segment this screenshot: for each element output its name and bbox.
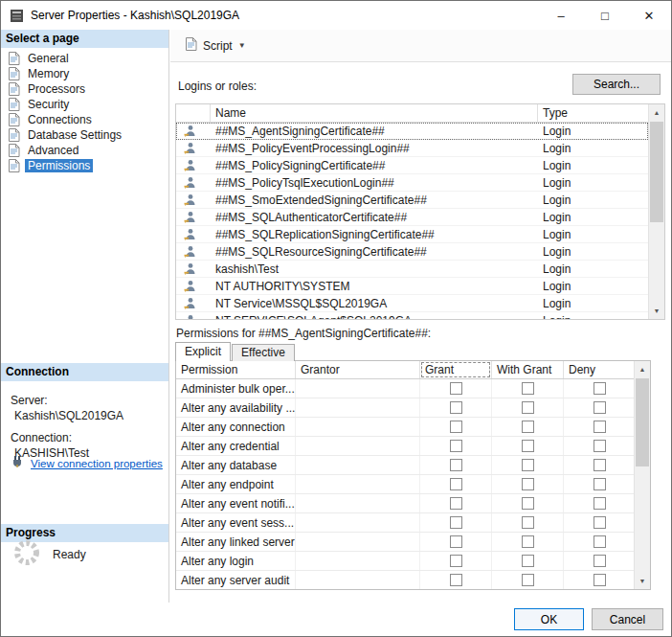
deny-checkbox[interactable] xyxy=(594,401,606,414)
permission-row[interactable]: Administer bulk oper... xyxy=(176,379,634,398)
grant-checkbox[interactable] xyxy=(450,497,462,510)
deny-checkbox[interactable] xyxy=(594,382,606,395)
sidebar-item-connections[interactable]: Connections xyxy=(1,112,168,127)
with-grant-checkbox[interactable] xyxy=(522,421,534,433)
logins-scrollbar[interactable]: ▲ ▼ xyxy=(648,104,664,319)
deny-checkbox[interactable] xyxy=(594,497,606,510)
grant-checkbox[interactable] xyxy=(450,478,462,490)
permission-row[interactable]: Alter any server audit xyxy=(176,571,634,589)
permission-row[interactable]: Alter any credential xyxy=(176,437,634,456)
permission-name: Alter any event notifi... xyxy=(176,494,296,512)
tab-explicit[interactable]: Explicit xyxy=(175,342,231,361)
close-button[interactable]: ✕ xyxy=(627,1,671,30)
permission-row[interactable]: Alter any connection xyxy=(176,418,634,437)
login-name: ##MS_SQLResourceSigningCertificate## xyxy=(211,245,538,259)
search-button[interactable]: Search... xyxy=(572,74,661,95)
deny-checkbox[interactable] xyxy=(594,459,606,471)
sidebar-item-database-settings[interactable]: Database Settings xyxy=(1,127,168,143)
logins-column-type[interactable]: Type xyxy=(538,104,649,122)
scroll-down-icon[interactable]: ▼ xyxy=(635,573,650,589)
login-row[interactable]: ##MS_AgentSigningCertificate## Login xyxy=(176,123,648,140)
sidebar-item-general[interactable]: General xyxy=(1,51,168,66)
permission-row[interactable]: Alter any login xyxy=(176,552,634,571)
permissions-scrollbar[interactable]: ▲ ▼ xyxy=(634,361,650,589)
logins-scrollbar-thumb[interactable] xyxy=(650,122,663,222)
login-icon xyxy=(176,297,211,309)
login-row[interactable]: ##MS_PolicySigningCertificate## Login xyxy=(176,157,648,174)
column-permission[interactable]: Permission xyxy=(176,361,296,378)
with-grant-checkbox[interactable] xyxy=(522,555,534,567)
login-type: Login xyxy=(538,159,634,172)
grant-checkbox[interactable] xyxy=(450,459,462,471)
sidebar-item-security[interactable]: Security xyxy=(1,97,168,112)
permission-row[interactable]: Alter any event sess... xyxy=(176,513,634,533)
sidebar-item-advanced[interactable]: Advanced xyxy=(1,143,168,158)
sidebar-item-processors[interactable]: Processors xyxy=(1,81,168,97)
grant-checkbox[interactable] xyxy=(450,555,462,567)
permission-row[interactable]: Alter any database xyxy=(176,456,634,475)
column-grantor[interactable]: Grantor xyxy=(296,361,420,378)
with-grant-checkbox[interactable] xyxy=(522,382,534,395)
permissions-scrollbar-thumb[interactable] xyxy=(636,378,649,466)
login-type: Login xyxy=(538,211,634,224)
tab-effective[interactable]: Effective xyxy=(232,344,295,361)
logins-column-icon[interactable] xyxy=(176,104,211,122)
grant-checkbox[interactable] xyxy=(450,535,462,548)
grant-checkbox[interactable] xyxy=(450,421,462,433)
grant-checkbox[interactable] xyxy=(450,574,462,586)
login-row[interactable]: ##MS_PolicyEventProcessingLogin## Login xyxy=(176,140,648,157)
permission-row[interactable]: Alter any endpoint xyxy=(176,475,634,494)
column-deny[interactable]: Deny xyxy=(564,361,636,378)
scroll-up-icon[interactable]: ▲ xyxy=(649,104,664,121)
login-row[interactable]: ##MS_SQLAuthenticatorCertificate## Login xyxy=(176,209,648,226)
ok-button[interactable]: OK xyxy=(514,608,584,630)
permission-row[interactable]: Alter any availability ... xyxy=(176,398,634,418)
sidebar-item-permissions[interactable]: Permissions xyxy=(1,158,168,173)
with-grant-checkbox[interactable] xyxy=(522,401,534,414)
view-connection-properties-link[interactable]: View connection properties xyxy=(31,458,163,469)
grant-checkbox[interactable] xyxy=(450,401,462,414)
with-grant-checkbox[interactable] xyxy=(522,574,534,586)
login-row[interactable]: ##MS_SQLReplicationSigningCertificate## … xyxy=(176,226,648,243)
login-row[interactable]: kashish\Test Login xyxy=(176,261,648,278)
titlebar: Server Properties - Kashish\SQL2019GA – … xyxy=(1,1,671,30)
script-page-icon xyxy=(8,128,22,142)
main-panel: Script ▼ Logins or roles: Search... Name… xyxy=(170,30,671,636)
deny-checkbox[interactable] xyxy=(594,535,606,548)
scroll-up-icon[interactable]: ▲ xyxy=(635,361,650,377)
grant-checkbox[interactable] xyxy=(450,382,462,395)
script-button[interactable]: Script ▼ xyxy=(179,34,252,57)
scroll-down-icon[interactable]: ▼ xyxy=(649,303,664,319)
with-grant-checkbox[interactable] xyxy=(522,478,534,490)
minimize-button[interactable]: – xyxy=(539,1,583,30)
sidebar-item-label: Security xyxy=(25,98,72,111)
deny-checkbox[interactable] xyxy=(594,574,606,586)
login-row[interactable]: NT SERVICE\SQLAgent$SQL2019GA Login xyxy=(176,312,648,319)
deny-checkbox[interactable] xyxy=(594,516,606,529)
with-grant-checkbox[interactable] xyxy=(522,516,534,529)
deny-checkbox[interactable] xyxy=(594,421,606,433)
login-row[interactable]: ##MS_SQLResourceSigningCertificate## Log… xyxy=(176,243,648,261)
with-grant-checkbox[interactable] xyxy=(522,497,534,510)
with-grant-checkbox[interactable] xyxy=(522,535,534,548)
column-with-grant[interactable]: With Grant xyxy=(492,361,564,378)
with-grant-checkbox[interactable] xyxy=(522,459,534,471)
login-row[interactable]: NT Service\MSSQL$SQL2019GA Login xyxy=(176,295,648,312)
login-row[interactable]: ##MS_PolicyTsqlExecutionLogin## Login xyxy=(176,174,648,192)
cancel-button[interactable]: Cancel xyxy=(592,608,663,630)
column-grant[interactable]: Grant xyxy=(420,361,492,378)
permission-row[interactable]: Alter any event notifi... xyxy=(176,494,634,513)
sidebar-item-memory[interactable]: Memory xyxy=(1,66,168,81)
login-row[interactable]: ##MS_SmoExtendedSigningCertificate## Log… xyxy=(176,192,648,209)
maximize-button[interactable]: □ xyxy=(583,1,627,30)
grant-checkbox[interactable] xyxy=(450,440,462,452)
deny-checkbox[interactable] xyxy=(594,440,606,452)
deny-checkbox[interactable] xyxy=(594,555,606,567)
with-grant-checkbox[interactable] xyxy=(522,440,534,452)
sidebar-item-label: Permissions xyxy=(25,159,93,172)
logins-column-name[interactable]: Name xyxy=(211,104,538,122)
login-row[interactable]: NT AUTHORITY\SYSTEM Login xyxy=(176,278,648,295)
permission-row[interactable]: Alter any linked server xyxy=(176,533,634,552)
grant-checkbox[interactable] xyxy=(450,516,462,529)
deny-checkbox[interactable] xyxy=(594,478,606,490)
